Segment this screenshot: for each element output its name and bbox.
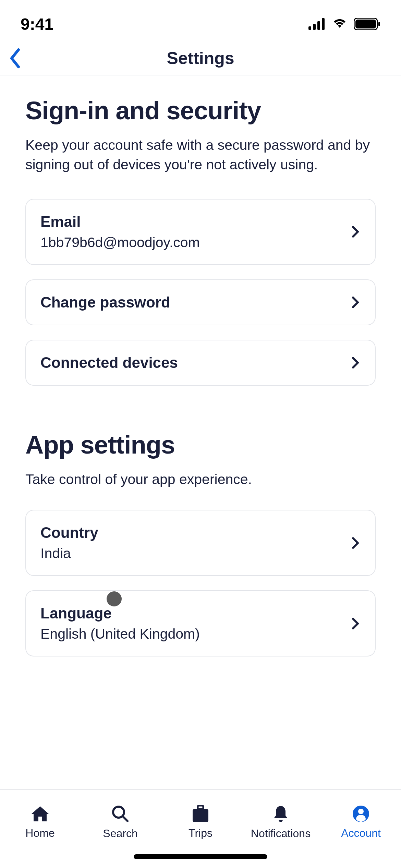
svg-rect-2 [317,21,320,30]
home-icon [30,805,50,823]
svg-point-12 [358,809,364,814]
tab-label: Notifications [251,827,311,840]
chevron-right-icon [351,296,361,309]
content: Sign-in and security Keep your account s… [0,75,401,656]
settings-item-email[interactable]: Email 1bb79b6d@moodjoy.com [25,199,376,265]
svg-rect-5 [355,20,376,28]
status-bar: 9:41 [0,0,401,41]
svg-rect-1 [313,24,316,30]
svg-line-8 [123,816,127,821]
person-icon [352,805,370,823]
settings-item-value: English (United Kingdom) [40,626,351,642]
status-time: 9:41 [21,15,53,34]
section-description: Take control of your app experience. [25,470,376,489]
svg-rect-3 [322,18,325,30]
chevron-right-icon [351,356,361,370]
tab-search[interactable]: Search [80,789,160,847]
settings-item-content: Language English (United Kingdom) [40,605,351,642]
nav-header: Settings [0,41,401,75]
home-indicator[interactable] [134,854,267,859]
tab-trips[interactable]: Trips [160,789,241,847]
battery-icon [354,18,380,30]
chevron-left-icon [7,46,23,70]
tab-label: Search [103,827,137,840]
settings-item-change-password[interactable]: Change password [25,279,376,325]
settings-item-label: Country [40,524,351,541]
settings-item-label: Change password [40,294,351,311]
settings-item-connected-devices[interactable]: Connected devices [25,340,376,386]
section-title: Sign-in and security [25,96,376,125]
settings-item-label: Connected devices [40,354,351,371]
settings-item-value: 1bb79b6d@moodjoy.com [40,234,351,251]
chevron-right-icon [351,617,361,630]
tab-account[interactable]: Account [321,789,401,847]
section-signin-security: Sign-in and security Keep your account s… [25,96,376,386]
tab-notifications[interactable]: Notifications [241,789,321,847]
settings-item-content: Change password [40,294,351,311]
settings-item-country[interactable]: Country India [25,510,376,576]
chevron-right-icon [351,536,361,550]
chevron-right-icon [351,225,361,239]
settings-item-content: Connected devices [40,354,351,371]
tab-home[interactable]: Home [0,789,80,847]
search-icon [111,805,130,823]
settings-item-content: Country India [40,524,351,562]
wifi-icon [332,18,348,30]
settings-item-content: Email 1bb79b6d@moodjoy.com [40,213,351,251]
svg-rect-0 [308,26,311,30]
suitcase-icon [191,805,210,823]
section-description: Keep your account safe with a secure pas… [25,135,376,175]
nav-title: Settings [167,48,234,68]
tab-label: Trips [189,827,212,840]
svg-rect-10 [193,809,208,822]
tab-label: Account [341,827,381,840]
settings-item-value: India [40,545,351,562]
settings-item-label: Language [40,605,351,622]
section-title: App settings [25,430,376,459]
status-icons [308,18,380,30]
svg-rect-9 [198,806,203,809]
cursor-indicator [107,591,122,606]
back-button[interactable] [7,46,23,70]
settings-item-label: Email [40,213,351,230]
tab-label: Home [25,827,54,840]
section-app-settings: App settings Take control of your app ex… [25,430,376,656]
svg-rect-6 [378,22,380,26]
signal-icon [308,18,326,30]
settings-item-language[interactable]: Language English (United Kingdom) [25,590,376,656]
bell-icon [272,805,289,823]
